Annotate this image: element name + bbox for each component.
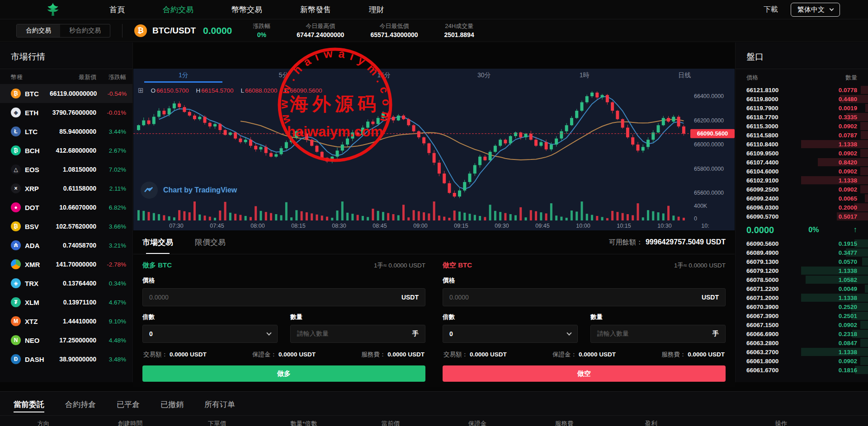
bid-row-1[interactable]: 66089.49000.3477: [736, 248, 868, 257]
long-qty-input[interactable]: 請輸入數量 手: [290, 325, 425, 343]
market-row-XMR[interactable]: XMR141.70000000-2.78%: [0, 255, 132, 274]
bid-row-11[interactable]: 66063.28000.0847: [736, 338, 868, 347]
coin-symbol: ETH: [25, 109, 38, 117]
timeframe-tab-1[interactable]: 5分: [234, 69, 334, 82]
bid-row-4[interactable]: 66078.50001.0582: [736, 275, 868, 284]
bid-row-6[interactable]: 66071.20001.1338: [736, 293, 868, 302]
ob-qty: 0.8420: [839, 159, 857, 166]
market-row-XLM[interactable]: ₮XLM0.139711004.67%: [0, 293, 132, 312]
bid-row-5[interactable]: 66071.22000.0049: [736, 284, 868, 293]
main-nav: 首頁合約交易幣幣交易新幣發售理財: [90, 5, 403, 15]
market-row-ADA[interactable]: ₳ADA0.740587003.21%: [0, 236, 132, 255]
coin-change: 3.21%: [96, 242, 126, 249]
bid-row-0[interactable]: 66090.56000.1915: [736, 239, 868, 248]
nav-item-1[interactable]: 合約交易: [144, 5, 212, 15]
nav-item-2[interactable]: 幣幣交易: [212, 5, 281, 15]
language-select[interactable]: 繁体中文: [791, 3, 840, 17]
short-leverage-select[interactable]: 0: [443, 325, 578, 343]
market-row-BCH[interactable]: ₿BCH412.680000002.67%: [0, 141, 132, 160]
market-row-BTC[interactable]: ₿BTC66119.00000000-0.54%: [0, 84, 132, 103]
mode-toggle-0[interactable]: 合約交易: [17, 24, 60, 37]
ob-qty: 0.0787: [839, 132, 857, 139]
market-row-NEO[interactable]: NNEO17.250000004.48%: [0, 331, 132, 350]
market-row-DASH[interactable]: ÐDASH38.900000003.48%: [0, 350, 132, 369]
market-row-LTC[interactable]: ŁLTC85.940000003.44%: [0, 122, 132, 141]
tab-market-trade[interactable]: 市場交易: [142, 231, 173, 254]
ask-row-8[interactable]: 66107.44000.8420: [736, 158, 868, 167]
bid-row-12[interactable]: 66063.27001.1338: [736, 347, 868, 356]
ask-row-14[interactable]: 66090.57000.5017: [736, 212, 868, 221]
download-link[interactable]: 下載: [764, 5, 778, 14]
orders-tab-4[interactable]: 所有订单: [204, 399, 235, 415]
ask-row-7[interactable]: 66109.95000.0902: [736, 149, 868, 158]
short-leverage-value: 0: [449, 330, 453, 337]
short-qty-input[interactable]: 請輸入數量 手: [590, 325, 726, 343]
coin-change: 2.67%: [96, 147, 126, 154]
bid-row-7[interactable]: 66070.39000.2520: [736, 302, 868, 311]
timeframe-tab-3[interactable]: 30分: [434, 69, 534, 82]
coin-symbol: XLM: [25, 299, 39, 306]
nav-item-3[interactable]: 新幣發售: [281, 5, 350, 15]
depth-bar: [801, 176, 868, 184]
orders-tab-1[interactable]: 合約持倉: [65, 399, 96, 415]
bid-row-8[interactable]: 66067.39000.2501: [736, 311, 868, 320]
ob-qty: 1.1338: [839, 267, 857, 274]
ask-row-5[interactable]: 66114.58000.0787: [736, 131, 868, 140]
open-short-button[interactable]: 做空: [443, 365, 726, 382]
ask-row-9[interactable]: 66104.60000.0902: [736, 167, 868, 176]
coin-price: 66119.00000000: [50, 90, 97, 97]
bid-row-10[interactable]: 66066.69000.2318: [736, 329, 868, 338]
coin-change: 0.34%: [96, 280, 126, 287]
coin-price: 0.13971100: [50, 299, 96, 306]
ob-price: 66079.1300: [746, 258, 778, 265]
ob-qty: 0.4480: [839, 96, 857, 103]
tab-limit-trade[interactable]: 限價交易: [195, 231, 226, 254]
xmr-icon: [11, 259, 21, 269]
brand-logo-icon[interactable]: [45, 2, 61, 17]
long-leverage-select[interactable]: 0: [142, 325, 278, 343]
ask-row-6[interactable]: 66110.84001.1338: [736, 140, 868, 149]
short-price-input[interactable]: 0.0000 USDT: [443, 288, 726, 306]
nav-item-0[interactable]: 首頁: [90, 5, 144, 15]
ask-row-3[interactable]: 66118.77000.3335: [736, 112, 868, 122]
market-row-XRP[interactable]: ×XRP0.611580002.11%: [0, 179, 132, 198]
ask-row-1[interactable]: 66119.80000.4480: [736, 94, 868, 103]
expand-icon[interactable]: ⊞: [138, 86, 144, 94]
timeframe-tab-4[interactable]: 1時: [534, 69, 635, 82]
market-row-XTZ[interactable]: MXTZ1.444100009.10%: [0, 312, 132, 331]
bid-row-14[interactable]: 66061.67000.1816: [736, 365, 868, 375]
nav-item-4[interactable]: 理財: [350, 5, 403, 15]
orders-tab-2[interactable]: 已平倉: [117, 399, 140, 415]
open-long-button[interactable]: 做多: [142, 365, 425, 382]
ask-row-0[interactable]: 66121.81000.0778: [736, 85, 868, 94]
timeframe-tab-2[interactable]: 15分: [334, 69, 434, 82]
tradingview-attribution[interactable]: Chart by TradingView: [141, 182, 237, 199]
depth-bar: [860, 321, 868, 329]
short-qty-suffix: 手: [712, 330, 719, 338]
timeframe-tab-0[interactable]: 1分: [133, 69, 234, 82]
long-price-input[interactable]: 0.0000 USDT: [142, 288, 425, 306]
ask-row-10[interactable]: 66102.91001.1338: [736, 176, 868, 185]
bid-row-13[interactable]: 66061.80000.0902: [736, 356, 868, 365]
coin-cell: ₮XLM: [11, 297, 50, 307]
bid-row-2[interactable]: 66079.13000.0570: [736, 257, 868, 266]
market-row-EOS[interactable]: △EOS1.081500007.02%: [0, 160, 132, 179]
bid-row-9[interactable]: 66067.15000.0902: [736, 320, 868, 329]
market-row-TRX[interactable]: ◈TRX0.137644000.34%: [0, 274, 132, 293]
ask-row-4[interactable]: 66115.30000.0902: [736, 122, 868, 131]
ohlc-key: C: [284, 87, 289, 94]
timeframe-tab-5[interactable]: 日线: [634, 69, 735, 82]
bid-row-3[interactable]: 66079.12001.1338: [736, 266, 868, 275]
orders-tab-3[interactable]: 已撤銷: [160, 399, 184, 415]
market-row-ETH[interactable]: ◆ETH3790.76000000-0.01%: [0, 103, 132, 122]
market-row-DOT[interactable]: ●DOT10.660700006.82%: [0, 198, 132, 217]
ask-row-2[interactable]: 66119.79000.0019: [736, 103, 868, 112]
ask-row-11[interactable]: 66099.25000.0902: [736, 185, 868, 194]
market-row-BSV[interactable]: ₿BSV102.576200003.66%: [0, 217, 132, 236]
mode-toggle-1[interactable]: 秒合約交易: [60, 24, 110, 37]
ob-qty: 0.0902: [839, 150, 857, 157]
ask-row-13[interactable]: 66096.03000.2000: [736, 203, 868, 212]
orders-tab-0[interactable]: 當前委託: [14, 399, 44, 415]
ask-row-12[interactable]: 66099.24000.0065: [736, 194, 868, 203]
coin-change: 3.44%: [96, 128, 126, 135]
